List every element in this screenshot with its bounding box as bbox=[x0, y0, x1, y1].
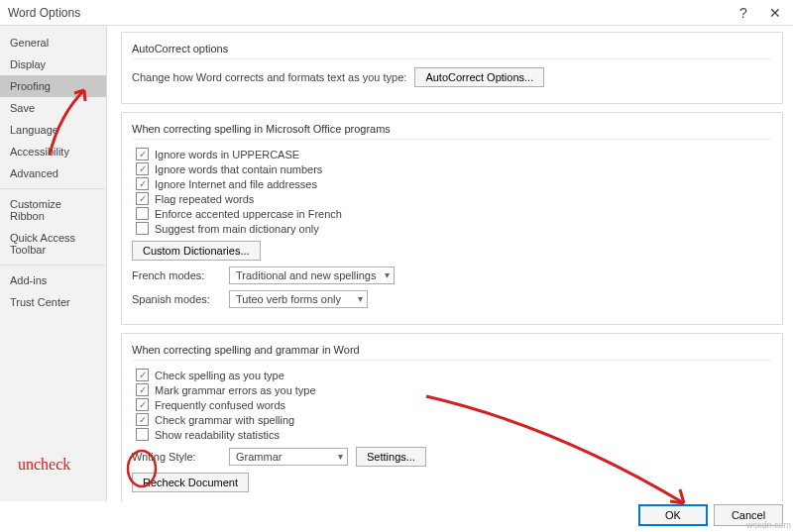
sidebar: General Display Proofing Save Language A… bbox=[0, 26, 107, 501]
french-modes-label: French modes: bbox=[132, 269, 221, 281]
label-main-dict: Suggest from main dictionary only bbox=[155, 223, 319, 235]
check-grammar-spelling[interactable] bbox=[136, 413, 149, 426]
label-ignore-internet: Ignore Internet and file addresses bbox=[155, 178, 317, 190]
autocorrect-options-button[interactable]: AutoCorrect Options... bbox=[414, 67, 544, 87]
label-confused-words: Frequently confused words bbox=[155, 399, 285, 411]
label-readability: Show readability statistics bbox=[155, 429, 280, 441]
sidebar-item-addins[interactable]: Add-ins bbox=[0, 269, 106, 291]
titlebar-controls: ? ✕ bbox=[734, 3, 785, 23]
check-main-dict[interactable] bbox=[136, 222, 149, 235]
close-button[interactable]: ✕ bbox=[765, 3, 785, 23]
label-accented-french: Enforce accented uppercase in French bbox=[155, 208, 342, 220]
check-grammar-type[interactable] bbox=[136, 383, 149, 396]
section-title-autocorrect: AutoCorrect options bbox=[132, 39, 772, 59]
section-word-proofing: When correcting spelling and grammar in … bbox=[121, 333, 783, 501]
spanish-modes-select[interactable]: Tuteo verb forms only bbox=[229, 290, 368, 308]
sidebar-item-trust-center[interactable]: Trust Center bbox=[0, 291, 106, 313]
section-autocorrect: AutoCorrect options Change how Word corr… bbox=[121, 32, 783, 104]
ok-button[interactable]: OK bbox=[638, 504, 708, 526]
sidebar-item-accessibility[interactable]: Accessibility bbox=[0, 141, 106, 162]
watermark: wsxdn.com bbox=[746, 520, 791, 530]
check-ignore-numbers[interactable] bbox=[136, 162, 149, 175]
main-panel: AutoCorrect options Change how Word corr… bbox=[107, 26, 793, 501]
writing-style-label: Writing Style: bbox=[132, 451, 221, 463]
section-title-word: When correcting spelling and grammar in … bbox=[132, 340, 772, 361]
writing-style-select[interactable]: Grammar bbox=[229, 448, 348, 466]
custom-dictionaries-button[interactable]: Custom Dictionaries... bbox=[132, 241, 261, 261]
help-button[interactable]: ? bbox=[734, 3, 753, 23]
check-readability[interactable] bbox=[136, 428, 149, 441]
label-grammar-spelling: Check grammar with spelling bbox=[155, 414, 294, 426]
french-modes-select[interactable]: Traditional and new spellings bbox=[229, 266, 395, 284]
sidebar-item-proofing[interactable]: Proofing bbox=[0, 75, 106, 97]
section-office-proofing: When correcting spelling in Microsoft Of… bbox=[121, 112, 783, 325]
label-spelling-type: Check spelling as you type bbox=[155, 370, 284, 381]
section-title-office: When correcting spelling in Microsoft Of… bbox=[132, 119, 772, 140]
sidebar-item-language[interactable]: Language bbox=[0, 119, 106, 141]
titlebar: Word Options ? ✕ bbox=[0, 0, 793, 26]
settings-button[interactable]: Settings... bbox=[356, 447, 426, 467]
label-grammar-type: Mark grammar errors as you type bbox=[155, 384, 316, 396]
autocorrect-description: Change how Word corrects and formats tex… bbox=[132, 71, 406, 83]
check-spelling-type[interactable] bbox=[136, 369, 149, 381]
sidebar-item-general[interactable]: General bbox=[0, 32, 106, 53]
sidebar-item-qat[interactable]: Quick Access Toolbar bbox=[0, 227, 106, 261]
check-ignore-internet[interactable] bbox=[136, 177, 149, 190]
sidebar-item-save[interactable]: Save bbox=[0, 97, 106, 119]
sidebar-item-display[interactable]: Display bbox=[0, 53, 106, 75]
check-flag-repeated[interactable] bbox=[136, 192, 149, 205]
check-confused-words[interactable] bbox=[136, 398, 149, 411]
content: General Display Proofing Save Language A… bbox=[0, 26, 793, 501]
sidebar-item-advanced[interactable]: Advanced bbox=[0, 162, 106, 184]
recheck-document-button[interactable]: Recheck Document bbox=[132, 473, 249, 492]
check-accented-french[interactable] bbox=[136, 207, 149, 220]
label-ignore-numbers: Ignore words that contain numbers bbox=[155, 163, 322, 175]
window-title: Word Options bbox=[8, 6, 80, 20]
sidebar-item-customize-ribbon[interactable]: Customize Ribbon bbox=[0, 193, 106, 227]
label-flag-repeated: Flag repeated words bbox=[155, 193, 254, 205]
check-ignore-uppercase[interactable] bbox=[136, 148, 149, 160]
spanish-modes-label: Spanish modes: bbox=[132, 293, 221, 305]
label-ignore-uppercase: Ignore words in UPPERCASE bbox=[155, 149, 299, 160]
